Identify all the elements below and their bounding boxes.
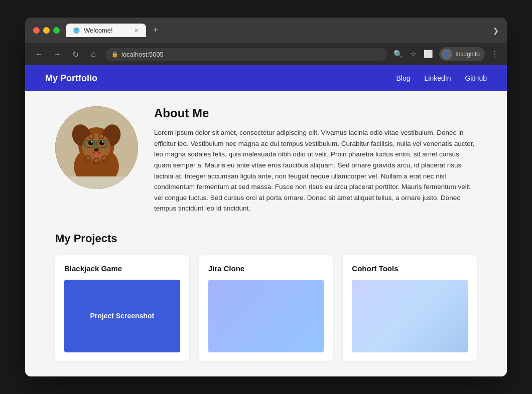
forward-button[interactable]: → xyxy=(51,50,63,59)
main-content: About Me Lorem ipsum dolor sit amet, con… xyxy=(25,91,507,376)
kebab-menu-button[interactable]: ⋮ xyxy=(491,50,499,59)
browser-titlebar: 🌐 Welcome! ✕ + ❯ xyxy=(25,18,507,43)
profile-label: Incognito xyxy=(455,51,480,58)
address-wrap: 🔒 xyxy=(105,48,387,61)
traffic-lights xyxy=(33,27,60,34)
maximize-traffic-light[interactable] xyxy=(53,27,60,34)
home-button[interactable]: ⌂ xyxy=(87,50,99,59)
tab-close-button[interactable]: ✕ xyxy=(134,27,139,34)
profile-button[interactable]: 👤 Incognito xyxy=(439,47,485,61)
portfolio-nav: My Portfolio Blog LinkedIn GitHub xyxy=(25,65,507,91)
split-screen-icon[interactable]: ⬜ xyxy=(424,50,433,59)
webpage: My Portfolio Blog LinkedIn GitHub xyxy=(25,65,507,376)
svg-point-7 xyxy=(99,140,104,145)
lock-icon: 🔒 xyxy=(111,51,118,58)
project-title-cohort: Cohort Tools xyxy=(352,264,468,273)
project-title-blackjack: Blackjack Game xyxy=(64,264,180,273)
project-screenshot-jira xyxy=(208,280,324,352)
project-card-jira[interactable]: Jira Clone xyxy=(199,255,333,361)
projects-grid: Blackjack Game Project Screenshot Jira C… xyxy=(55,255,477,361)
svg-rect-22 xyxy=(55,176,138,189)
avatar: 👤 xyxy=(441,49,452,60)
github-link[interactable]: GitHub xyxy=(465,74,487,82)
portfolio-brand: My Portfolio xyxy=(45,73,97,84)
reload-button[interactable]: ↻ xyxy=(69,50,81,59)
project-card-blackjack[interactable]: Blackjack Game Project Screenshot xyxy=(55,255,189,361)
portfolio-links: Blog LinkedIn GitHub xyxy=(396,74,487,82)
projects-section: My Projects Blackjack Game Project Scree… xyxy=(55,232,477,361)
about-body: Lorem ipsum dolor sit amet, consectetur … xyxy=(154,127,477,214)
zoom-icon[interactable]: 🔍 xyxy=(393,50,403,59)
tab-title: Welcome! xyxy=(84,27,113,34)
address-bar: ← → ↻ ⌂ 🔒 🔍 ☆ ⬜ 👤 Incognito ⋮ xyxy=(25,43,507,65)
projects-heading: My Projects xyxy=(55,232,477,245)
tab-bar: 🌐 Welcome! ✕ + ❯ xyxy=(66,24,499,37)
toolbar-icons: 🔍 ☆ ⬜ xyxy=(393,50,433,59)
bookmark-icon[interactable]: ☆ xyxy=(410,50,417,59)
linkedin-link[interactable]: LinkedIn xyxy=(424,74,451,82)
project-screenshot-cohort xyxy=(352,280,468,352)
active-tab[interactable]: 🌐 Welcome! ✕ xyxy=(66,24,146,37)
project-screenshot-label-blackjack: Project Screenshot xyxy=(90,312,155,320)
address-input[interactable] xyxy=(105,48,387,61)
svg-point-6 xyxy=(88,140,93,145)
about-text: About Me Lorem ipsum dolor sit amet, con… xyxy=(154,106,477,214)
svg-point-14 xyxy=(94,153,99,157)
new-tab-button[interactable]: + xyxy=(150,25,162,36)
about-section: About Me Lorem ipsum dolor sit amet, con… xyxy=(55,106,477,214)
profile-photo xyxy=(55,106,138,189)
svg-point-8 xyxy=(91,141,93,143)
back-button[interactable]: ← xyxy=(33,50,45,59)
tab-dropdown-button[interactable]: ❯ xyxy=(493,27,499,35)
svg-point-9 xyxy=(102,141,104,143)
close-traffic-light[interactable] xyxy=(33,27,40,34)
minimize-traffic-light[interactable] xyxy=(43,27,50,34)
project-card-cohort[interactable]: Cohort Tools xyxy=(343,255,477,361)
about-heading: About Me xyxy=(154,106,477,120)
svg-point-13 xyxy=(94,148,99,152)
project-title-jira: Jira Clone xyxy=(208,264,324,273)
project-screenshot-blackjack: Project Screenshot xyxy=(64,280,180,352)
browser-window: 🌐 Welcome! ✕ + ❯ ← → ↻ ⌂ 🔒 🔍 ☆ ⬜ 👤 Incog… xyxy=(25,18,507,376)
blog-link[interactable]: Blog xyxy=(396,74,410,82)
tab-favicon: 🌐 xyxy=(73,27,80,34)
